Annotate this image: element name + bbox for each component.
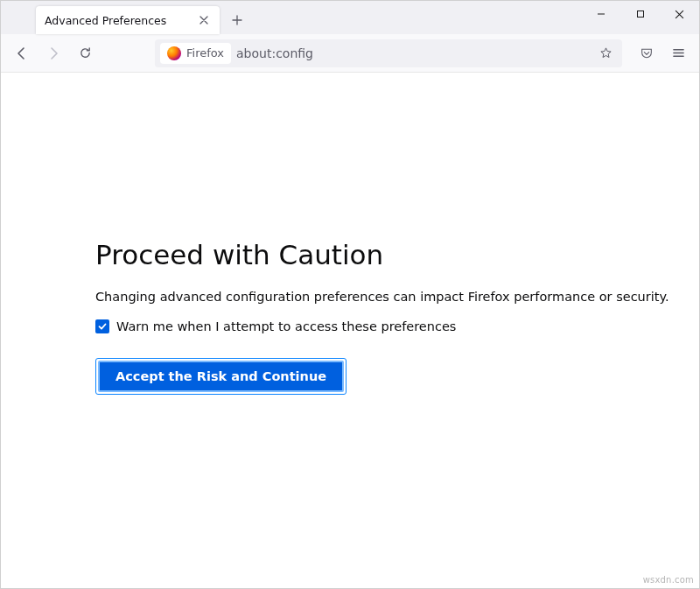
warn-checkbox-label[interactable]: Warn me when I attempt to access these p… xyxy=(116,319,456,333)
close-tab-icon[interactable] xyxy=(197,13,211,27)
page-content: Proceed with Caution Changing advanced c… xyxy=(1,73,699,588)
reload-button[interactable] xyxy=(71,39,99,67)
tab-advanced-preferences[interactable]: Advanced Preferences xyxy=(36,6,220,34)
accept-button-focus-ring: Accept the Risk and Continue xyxy=(95,358,346,395)
warn-checkbox-row: Warn me when I attempt to access these p… xyxy=(95,319,699,333)
tab-title: Advanced Preferences xyxy=(45,14,166,27)
tab-strip: Advanced Preferences xyxy=(1,1,699,34)
app-menu-button[interactable] xyxy=(664,39,692,67)
site-identity[interactable]: Firefox xyxy=(160,43,231,64)
forward-button[interactable] xyxy=(39,39,67,67)
watermark: wsxdn.com xyxy=(643,575,694,585)
maximize-button[interactable] xyxy=(620,1,660,27)
bookmark-star-icon[interactable] xyxy=(594,39,617,67)
page-description: Changing advanced configuration preferen… xyxy=(95,290,699,304)
browser-window: Advanced Preferences xyxy=(0,0,700,589)
back-button[interactable] xyxy=(8,39,36,67)
navigation-toolbar: Firefox about:config xyxy=(1,34,699,73)
svg-rect-0 xyxy=(637,11,643,18)
new-tab-button[interactable] xyxy=(225,8,249,32)
warn-checkbox[interactable] xyxy=(95,319,109,333)
close-window-button[interactable] xyxy=(660,1,699,27)
pocket-button[interactable] xyxy=(633,39,661,67)
accept-risk-button[interactable]: Accept the Risk and Continue xyxy=(98,361,344,392)
firefox-logo-icon xyxy=(167,46,181,60)
address-bar[interactable]: Firefox about:config xyxy=(155,39,622,67)
url-text: about:config xyxy=(236,46,313,60)
identity-label: Firefox xyxy=(186,46,224,60)
minimize-button[interactable] xyxy=(581,1,620,27)
page-heading: Proceed with Caution xyxy=(95,239,699,270)
window-controls xyxy=(581,1,699,27)
